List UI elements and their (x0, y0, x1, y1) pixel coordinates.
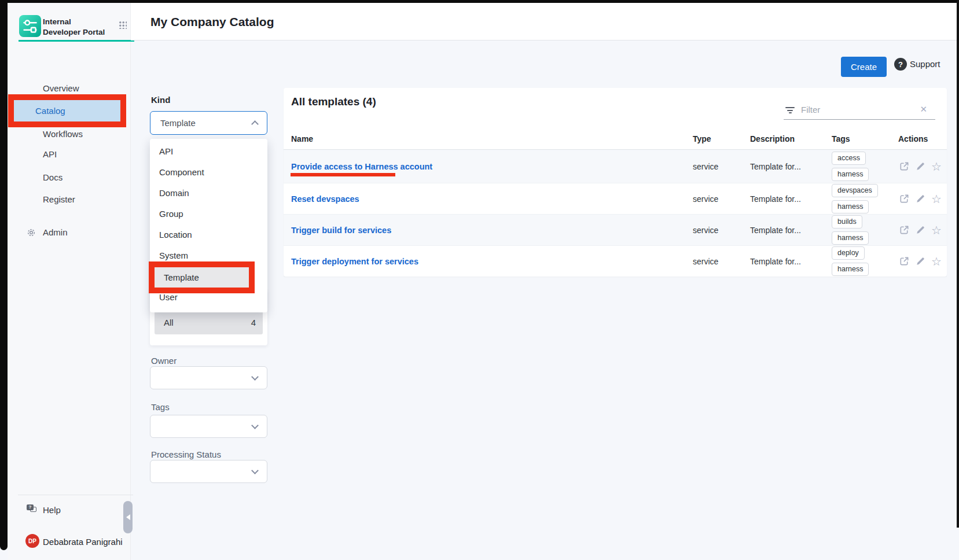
kind-option-location[interactable]: Location (150, 224, 267, 245)
star-icon[interactable]: ☆ (931, 256, 942, 267)
row-description: Template for... (750, 226, 801, 235)
row-name-link[interactable]: Provide access to Harness account (291, 162, 432, 171)
tag-chip[interactable]: harness (832, 200, 869, 213)
tag-chip[interactable]: devspaces (832, 184, 878, 197)
facet-all-count: 4 (251, 318, 263, 327)
sidebar-item-docs[interactable]: Docs (8, 172, 131, 185)
chevron-left-icon (126, 514, 130, 520)
chevron-down-icon (251, 422, 259, 429)
sidebar-item-workflows[interactable]: Workflows (8, 128, 131, 141)
screen: Internal Developer Portal Search Overvie… (0, 0, 959, 560)
table-title: All templates (4) (291, 95, 376, 108)
owner-select[interactable] (150, 366, 267, 389)
table-row: Provide access to Harness account servic… (284, 150, 947, 183)
sidebar-item-overview[interactable]: Overview (8, 83, 131, 95)
help-label: Help (43, 505, 61, 515)
tag-chip[interactable]: builds (832, 215, 862, 229)
filter-funnel-icon (785, 107, 795, 114)
kind-option-group[interactable]: Group (150, 204, 267, 224)
open-in-new-icon[interactable] (898, 224, 910, 236)
star-icon[interactable]: ☆ (931, 224, 942, 236)
open-in-new-icon[interactable] (898, 256, 910, 267)
app-title: Internal Developer Portal (43, 17, 109, 37)
edit-pencil-icon[interactable] (914, 256, 926, 267)
column-header-actions: Actions (898, 134, 928, 143)
sidebar-divider (18, 495, 133, 495)
annotation-underline (291, 173, 395, 176)
owner-filter-label: Owner (151, 356, 177, 366)
star-icon[interactable]: ☆ (931, 161, 942, 172)
kind-option-api[interactable]: API (150, 141, 267, 162)
edit-pencil-icon[interactable] (914, 161, 926, 172)
app-logo-icon (19, 15, 41, 37)
table-header-row: Name Type Description Tags Actions (284, 132, 947, 147)
kind-select-value: Template (150, 118, 252, 128)
row-name-link[interactable]: Trigger build for services (291, 226, 391, 235)
sidebar-item-catalog[interactable]: Catalog (14, 100, 120, 121)
chevron-down-icon (251, 467, 259, 474)
templates-table-card: All templates (4) ✕ Name Type Descriptio… (284, 88, 947, 277)
row-description: Template for... (750, 162, 801, 171)
kind-option-template-highlighted[interactable]: Template (155, 267, 249, 288)
avatar: DP (25, 534, 39, 548)
tag-chip[interactable]: harness (832, 263, 869, 276)
support-button[interactable]: Support (910, 59, 940, 69)
tag-chip[interactable]: access (832, 152, 866, 165)
sidebar-item-register[interactable]: Register (8, 194, 131, 207)
column-header-tags: Tags (832, 134, 850, 143)
sidebar-user[interactable]: DP Debabrata Panigrahi (8, 533, 131, 549)
tag-chip[interactable]: harness (832, 231, 869, 245)
kind-option-domain[interactable]: Domain (150, 183, 267, 204)
facet-all-row[interactable]: All 4 (155, 310, 263, 334)
waffle-menu-icon[interactable] (119, 21, 127, 29)
frame-left-edge (0, 0, 8, 550)
open-in-new-icon[interactable] (898, 161, 910, 172)
star-icon[interactable]: ☆ (931, 193, 942, 205)
row-description: Template for... (750, 194, 801, 204)
row-type: service (693, 226, 718, 235)
row-type: service (693, 257, 718, 266)
table-filter-box: ✕ (784, 100, 935, 120)
sidebar-item-api[interactable]: API (8, 149, 131, 161)
processing-status-select[interactable] (150, 460, 267, 483)
sidebar-collapse-handle[interactable] (123, 501, 133, 533)
tags-select[interactable] (150, 415, 267, 438)
page-title: My Company Catalog (150, 15, 274, 29)
tags-filter-label: Tags (151, 402, 170, 412)
gear-icon (27, 228, 36, 240)
create-button[interactable]: Create (841, 57, 887, 77)
support-question-icon[interactable]: ? (894, 58, 907, 71)
column-header-name: Name (291, 134, 313, 143)
open-in-new-icon[interactable] (898, 193, 910, 205)
frame-right-edge (957, 0, 959, 528)
kind-option-component[interactable]: Component (150, 162, 267, 183)
filter-input[interactable] (800, 104, 920, 115)
chevron-down-icon (251, 373, 259, 381)
table-row: Trigger deployment for services service … (284, 246, 947, 277)
row-description: Template for... (750, 257, 801, 266)
processing-status-filter-label: Processing Status (151, 450, 221, 459)
kind-select[interactable]: Template (150, 111, 267, 135)
help-chat-icon: ? (27, 504, 38, 515)
edit-pencil-icon[interactable] (914, 193, 926, 205)
kind-filter-label: Kind (151, 95, 170, 105)
edit-pencil-icon[interactable] (914, 224, 926, 236)
sidebar-item-help[interactable]: ? Help (8, 503, 131, 517)
row-type: service (693, 162, 718, 171)
row-name-link[interactable]: Reset devspaces (291, 194, 359, 204)
sidebar-item-search[interactable]: Search (8, 57, 131, 70)
tag-chip[interactable]: harness (832, 168, 869, 181)
row-name-link[interactable]: Trigger deployment for services (291, 257, 418, 266)
table-row: Reset devspaces service Template for... … (284, 183, 947, 215)
clear-filter-icon[interactable]: ✕ (920, 104, 927, 115)
row-type: service (693, 194, 718, 204)
sidebar: Internal Developer Portal Search Overvie… (8, 0, 131, 560)
user-name: Debabrata Panigrahi (43, 537, 123, 547)
table-row: Trigger build for services service Templ… (284, 215, 947, 246)
table-body: Provide access to Harness account servic… (284, 149, 947, 277)
tag-chip[interactable]: deploy (832, 246, 865, 260)
sidebar-item-admin[interactable]: Admin (8, 227, 131, 240)
chevron-up-icon (251, 120, 259, 128)
frame-top-edge (0, 0, 959, 3)
sidebar-accent-rule (19, 40, 134, 42)
